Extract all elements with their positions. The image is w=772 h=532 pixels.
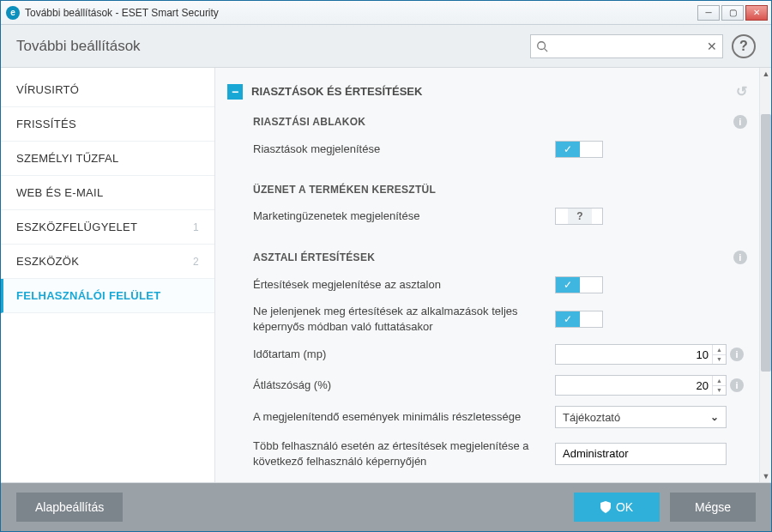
row-marketing-msg: Marketingüzenetek megjelenítése: [215, 203, 759, 230]
vertical-scrollbar[interactable]: ▲ ▼: [759, 68, 771, 482]
multiuser-target-input[interactable]: [555, 443, 727, 465]
main-panel: − RIASZTÁSOK ÉS ÉRTESÍTÉSEK ↺ RIASZTÁSI …: [215, 68, 771, 482]
spinner[interactable]: ▲▼: [712, 376, 726, 395]
spin-up-icon: ▲: [713, 376, 726, 386]
toggle-desktop-notif[interactable]: [555, 276, 603, 293]
row-show-alerts: Riasztások megjelenítése: [215, 136, 759, 163]
toggle-fullscreen-suppress[interactable]: [555, 311, 603, 328]
chevron-down-icon: ⌄: [710, 411, 719, 423]
window-controls: ─ ▢ ✕: [697, 5, 768, 21]
info-icon[interactable]: i: [730, 348, 744, 361]
toggle-marketing-msg[interactable]: [555, 208, 603, 225]
search-input[interactable]: [552, 39, 707, 52]
subsection-desktop-notif: ASZTALI ÉRTESÍTÉSEK i: [215, 242, 759, 271]
collapse-icon[interactable]: −: [227, 84, 243, 100]
info-icon[interactable]: i: [733, 115, 747, 129]
spin-down-icon: ▼: [713, 386, 726, 396]
subsection-alert-windows: RIASZTÁSI ABLAKOK i: [215, 106, 759, 136]
duration-input[interactable]: ▲▼: [555, 344, 727, 365]
row-duration: Időtartam (mp) ▲▼ i: [215, 339, 759, 370]
scroll-up-icon[interactable]: ▲: [760, 68, 771, 80]
section-title: RIASZTÁSOK ÉS ÉRTESÍTÉSEK: [251, 85, 422, 98]
sidebar-item-firewall[interactable]: SZEMÉLYI TŰZFAL: [1, 142, 214, 176]
shield-icon: [600, 501, 611, 513]
sidebar-item-antivirus[interactable]: VÍRUSIRTÓ: [1, 73, 214, 107]
footer: Alapbeállítás OK Mégse: [1, 483, 771, 531]
row-transparency: Átlátszóság (%) ▲▼ i: [215, 370, 759, 401]
transparency-field[interactable]: [556, 379, 712, 392]
scroll-thumb[interactable]: [761, 114, 771, 372]
close-button[interactable]: ✕: [745, 5, 768, 21]
subsection-in-product-msg: ÜZENET A TERMÉKEN KERESZTÜL: [215, 175, 759, 203]
row-min-verbosity: A megjelenítendő események minimális rés…: [215, 401, 759, 433]
svg-point-0: [538, 41, 546, 49]
page-title: További beállítások: [16, 38, 530, 55]
cancel-button[interactable]: Mégse: [670, 493, 756, 522]
body: VÍRUSIRTÓ FRISSÍTÉS SZEMÉLYI TŰZFAL WEB …: [1, 68, 771, 483]
transparency-input[interactable]: ▲▼: [555, 375, 727, 396]
settings-window: e További beállítások - ESET Smart Secur…: [0, 0, 772, 532]
row-multiuser-target: Több felhasználó esetén az értesítések m…: [215, 433, 759, 474]
window-title: További beállítások - ESET Smart Securit…: [25, 7, 697, 19]
reset-icon[interactable]: ↺: [736, 83, 747, 100]
app-logo-icon: e: [6, 6, 20, 20]
verbosity-select[interactable]: Tájékoztató ⌄: [555, 406, 727, 428]
spin-down-icon: ▼: [713, 355, 726, 365]
sidebar: VÍRUSIRTÓ FRISSÍTÉS SZEMÉLYI TŰZFAL WEB …: [1, 68, 215, 482]
sidebar-item-user-interface[interactable]: FELHASZNÁLÓI FELÜLET: [1, 279, 214, 313]
scroll-down-icon[interactable]: ▼: [760, 470, 771, 482]
ok-button[interactable]: OK: [574, 493, 660, 522]
duration-field[interactable]: [556, 348, 712, 361]
sidebar-item-tools[interactable]: ESZKÖZÖK2: [1, 245, 214, 279]
spinner[interactable]: ▲▼: [712, 345, 726, 364]
defaults-button[interactable]: Alapbeállítás: [16, 493, 123, 522]
toggle-show-alerts[interactable]: [555, 141, 603, 158]
clear-search-icon[interactable]: ✕: [707, 39, 717, 53]
svg-line-1: [545, 48, 548, 51]
sidebar-item-web-email[interactable]: WEB ÉS E-MAIL: [1, 176, 214, 210]
header-bar: További beállítások ✕ ?: [1, 25, 771, 68]
search-icon: [536, 40, 548, 52]
minimize-button[interactable]: ─: [697, 5, 720, 21]
info-icon[interactable]: i: [730, 378, 744, 392]
content-scroll[interactable]: − RIASZTÁSOK ÉS ÉRTESÍTÉSEK ↺ RIASZTÁSI …: [215, 68, 759, 482]
info-icon[interactable]: i: [733, 251, 747, 264]
spin-up-icon: ▲: [713, 345, 726, 355]
row-fullscreen-suppress: Ne jelenjenek meg értesítések az alkalma…: [215, 299, 759, 339]
maximize-button[interactable]: ▢: [721, 5, 744, 21]
row-show-desktop-notif: Értesítések megjelenítése az asztalon: [215, 271, 759, 299]
sidebar-item-device-control[interactable]: ESZKÖZFELÜGYELET1: [1, 210, 214, 245]
sidebar-item-update[interactable]: FRISSÍTÉS: [1, 107, 214, 142]
titlebar: e További beállítások - ESET Smart Secur…: [1, 1, 771, 25]
section-header-alerts: − RIASZTÁSOK ÉS ÉRTESÍTÉSEK ↺: [215, 76, 759, 106]
search-box[interactable]: ✕: [530, 34, 723, 58]
help-button[interactable]: ?: [732, 34, 756, 58]
